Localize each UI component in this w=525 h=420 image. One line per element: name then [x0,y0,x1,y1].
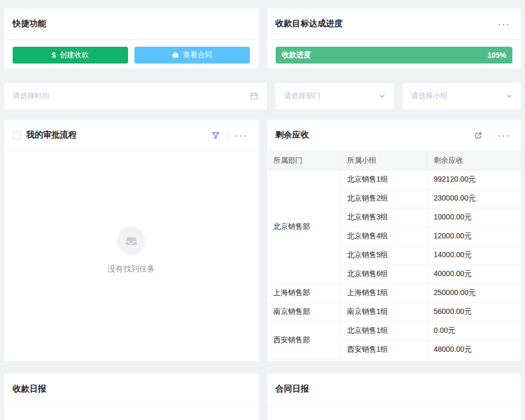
progress-bar-label: 收款进度 [282,50,311,60]
table-row: 西安销售部 北京销售1组 0.00元 [267,321,521,340]
progress-card-title: 收款目标达成进度 [276,18,343,29]
group-cell: 北京销售1组 [341,321,427,340]
quick-actions-body: $ 创建收款 查看合同 [4,40,258,64]
group-cell: 南京销售1组 [341,302,427,321]
chevron-down-icon [379,93,385,99]
filter-icon[interactable] [209,130,222,141]
dept-cell: 西安销售部 [267,321,341,359]
dept-cell: 上海销售部 [267,284,341,302]
receivables-card-header: 剩余应收 ··· [267,120,521,151]
approval-empty-state: 没有找到任务 [4,145,258,355]
contract-report-header: 合同日报 [267,374,521,405]
group-cell: 北京销售3组 [341,208,427,227]
dashboard-page: 快捷功能 $ 创建收款 查看合同 [0,0,525,420]
create-receipt-button[interactable]: $ 创建收款 [13,47,128,64]
time-picker-placeholder: 请选择时间 [13,91,49,101]
amount-cell: 56000.00元 [427,302,521,321]
progress-card-body: 收款进度 105% [267,40,521,64]
table-header-row: 所属部门 所属小组 剩余应收 [267,151,521,170]
quick-actions-card: 快捷功能 $ 创建收款 查看合同 [4,8,258,68]
progress-bar-value: 105% [487,51,506,59]
briefcase-icon [172,51,179,59]
header-divider [227,132,228,139]
receipt-report-card: 收款日报 [4,374,258,420]
dept-cell: 北京销售部 [267,170,341,284]
time-picker-field[interactable]: 请选择时间 [4,83,267,109]
col-header-amount: 剩余应收 [427,151,521,170]
receivables-card-title: 剩余应收 [276,130,309,141]
department-select-placeholder: 请选择部门 [284,91,321,101]
group-select[interactable]: 请选择小组 [403,83,521,109]
col-header-group: 所属小组 [341,151,427,170]
table-row: 南京销售部 南京销售1组 56000.00元 [267,302,521,321]
filter-row: 请选择时间 请选择部门 请选择小组 [4,83,521,109]
group-select-placeholder: 请选择小组 [411,91,448,101]
col-header-dept: 所属部门 [267,151,341,170]
department-select[interactable]: 请选择部门 [276,83,394,109]
receivables-card: 剩余应收 ··· 所属部门 所属小组 [267,120,521,361]
more-icon[interactable]: ··· [233,130,250,141]
amount-cell: 12000.00元 [427,227,521,246]
quick-actions-header: 快捷功能 [4,8,258,40]
group-cell: 北京销售5组 [341,246,427,265]
receipt-report-header: 收款日报 [4,374,258,405]
group-cell: 北京销售4组 [341,227,427,246]
more-icon[interactable]: ··· [496,18,512,30]
group-cell: 北京销售6组 [341,265,427,284]
external-link-icon[interactable] [472,130,485,141]
view-contract-label: 查看合同 [183,50,212,60]
group-cell: 北京销售1组 [341,170,427,189]
approval-card-title: 我的审批流程 [26,130,77,141]
select-all-checkbox[interactable] [13,131,21,140]
amount-cell: 48000.00元 [427,340,521,359]
more-icon[interactable]: ··· [496,130,512,141]
amount-cell: 40000.00元 [427,265,521,284]
approval-card: 我的审批流程 ··· 没有找到任务 [4,120,258,361]
group-cell: 上海销售1组 [341,284,427,302]
calendar-icon [250,92,258,100]
view-contract-button[interactable]: 查看合同 [134,47,250,64]
table-row: 北京销售部 北京销售1组 992120.00元 [267,170,521,189]
amount-cell: 250000.00元 [427,284,521,302]
empty-state-text: 没有找到任务 [108,264,155,274]
progress-bar: 收款进度 105% [276,47,513,64]
dept-cell: 南京销售部 [267,302,341,321]
receivables-table: 所属部门 所属小组 剩余应收 北京销售部 北京销售1组 992120.00元 北… [267,151,521,360]
group-cell: 北京销售2组 [341,189,427,208]
header-divider [490,132,490,139]
progress-card-header: 收款目标达成进度 ··· [267,8,521,40]
reports-row: 收款日报 合同日报 [4,374,521,420]
amount-cell: 10000.00元 [427,208,521,227]
amount-cell: 230000.00元 [427,189,521,208]
contract-report-title: 合同日报 [276,384,309,395]
table-row: 上海销售部 上海销售1组 250000.00元 [267,284,521,302]
create-receipt-label: 创建收款 [59,50,89,60]
chevron-down-icon [506,93,512,99]
quick-actions-title: 快捷功能 [13,18,46,29]
main-row: 我的审批流程 ··· 没有找到任务 [4,120,521,361]
amount-cell: 0.00元 [427,321,521,340]
top-row: 快捷功能 $ 创建收款 查看合同 [4,8,521,68]
receipt-report-title: 收款日报 [13,384,46,395]
amount-cell: 992120.00元 [427,170,521,189]
progress-card: 收款目标达成进度 ··· 收款进度 105% [267,8,521,68]
dollar-icon: $ [51,51,56,59]
empty-inbox-icon [117,226,145,255]
amount-cell: 14000.00元 [427,246,521,265]
contract-report-card: 合同日报 [267,374,521,420]
group-cell: 西安销售1组 [341,340,427,359]
